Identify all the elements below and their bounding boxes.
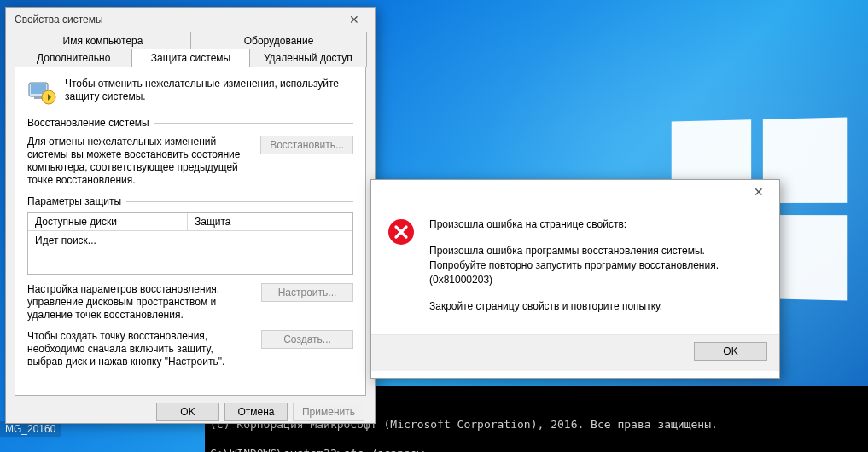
tab-computer-name[interactable]: Имя компьютера — [15, 32, 191, 49]
configure-button[interactable]: Настроить... — [261, 283, 353, 302]
close-button[interactable]: ✕ — [337, 10, 371, 29]
restore-button[interactable]: Восстановить... — [260, 136, 353, 154]
error-dialog: ✕ Произошла ошибка на странице свойств: … — [370, 179, 780, 379]
error-detail: Произошла ошибка программы восстановлени… — [429, 244, 764, 287]
dialog-buttons: OK Отмена Применить — [6, 396, 375, 428]
tab-advanced[interactable]: Дополнительно — [15, 49, 132, 67]
svg-rect-2 — [34, 96, 43, 99]
restore-description: Для отмены нежелательных изменений систе… — [27, 136, 250, 187]
system-properties-window: Свойства системы ✕ Имя компьютера Оборуд… — [5, 7, 376, 424]
tab-remote[interactable]: Удаленный доступ — [249, 49, 367, 67]
drives-table[interactable]: Доступные диски Защита Идет поиск... — [27, 212, 353, 275]
apply-button[interactable]: Применить — [293, 403, 364, 421]
system-protection-icon — [27, 78, 56, 107]
tab-system-protection[interactable]: Защита системы — [131, 49, 249, 67]
drives-status: Идет поиск... — [28, 231, 352, 274]
error-icon — [387, 217, 416, 246]
section-restore-label: Восстановление системы — [27, 117, 353, 129]
titlebar[interactable]: Свойства системы ✕ — [6, 8, 375, 32]
error-instruction: Закройте страницу свойств и повторите по… — [429, 299, 764, 314]
error-heading: Произошла ошибка на странице свойств: — [429, 217, 764, 232]
tab-pane: Чтобы отменить нежелательные изменения, … — [15, 67, 366, 396]
section-params-label: Параметры защиты — [27, 195, 353, 207]
tab-hardware[interactable]: Оборудование — [190, 32, 367, 49]
error-text: Произошла ошибка на странице свойств: Пр… — [429, 217, 764, 326]
configure-description: Настройка параметров восстановления, упр… — [27, 283, 251, 322]
cancel-button[interactable]: Отмена — [224, 403, 288, 421]
cmd-prompt-line: C:\WINDOWS\system32>sfc /scannow — [210, 447, 423, 452]
ok-button[interactable]: OK — [156, 403, 219, 421]
error-ok-button[interactable]: OK — [694, 342, 767, 361]
drives-header: Доступные диски Защита — [28, 213, 352, 231]
create-button[interactable]: Создать... — [261, 330, 353, 349]
create-description: Чтобы создать точку восстановления, необ… — [27, 330, 251, 368]
info-text: Чтобы отменить нежелательные изменения, … — [65, 78, 353, 107]
col-drives[interactable]: Доступные диски — [28, 213, 188, 231]
col-protection[interactable]: Защита — [188, 213, 352, 231]
error-titlebar[interactable]: ✕ — [371, 180, 779, 204]
close-icon: ✕ — [754, 185, 764, 199]
close-icon: ✕ — [349, 13, 359, 26]
window-title: Свойства системы — [15, 14, 103, 26]
error-close-button[interactable]: ✕ — [742, 183, 776, 201]
desktop-wallpaper: строка - sfc /scannow sion 10.0.14393] (… — [0, 0, 868, 452]
